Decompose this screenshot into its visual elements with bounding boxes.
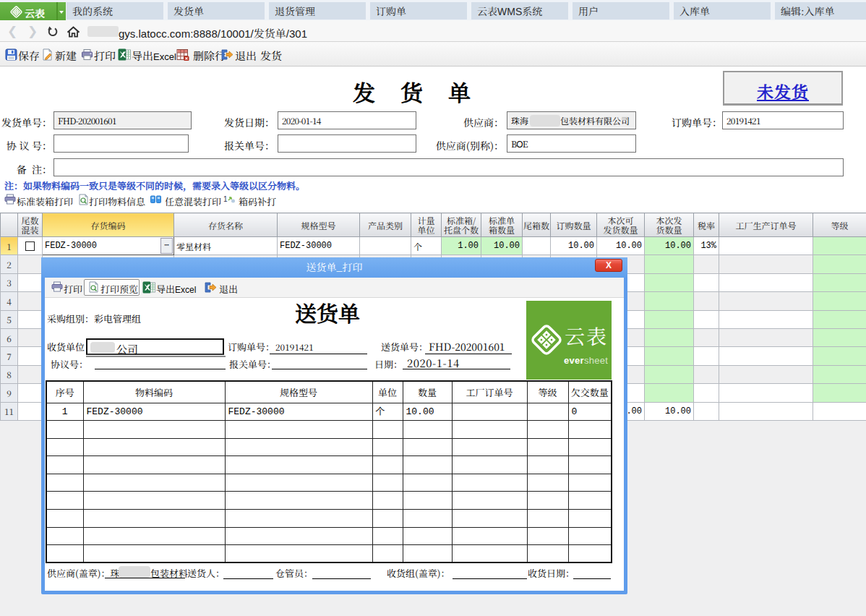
svg-text:1: 1 <box>223 195 228 203</box>
